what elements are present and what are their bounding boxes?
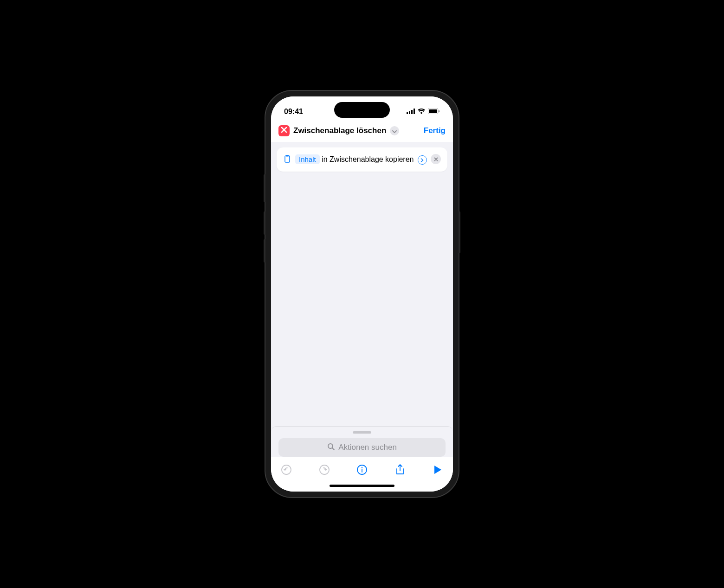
action-text: Inhalt in Zwischenablage kopieren <box>295 154 427 165</box>
phone-device-frame: 09:41 Zwischenablage löschen <box>265 90 459 498</box>
svg-point-13 <box>362 467 362 468</box>
share-button[interactable] <box>393 463 407 477</box>
close-x-icon <box>281 127 287 135</box>
shortcut-icon-badge[interactable] <box>278 125 290 136</box>
play-icon <box>433 465 442 476</box>
actions-drawer[interactable]: Aktionen suchen <box>271 426 453 457</box>
done-button[interactable]: Fertig <box>424 126 446 135</box>
svg-rect-5 <box>429 109 437 113</box>
delete-action-button[interactable] <box>431 154 441 164</box>
x-icon <box>434 155 438 163</box>
svg-rect-3 <box>414 109 415 114</box>
redo-icon <box>319 464 330 477</box>
svg-rect-1 <box>409 111 410 114</box>
chevron-down-icon <box>392 127 397 135</box>
clipboard-icon <box>283 155 291 163</box>
action-disclosure-button[interactable] <box>418 155 427 165</box>
share-icon <box>395 464 405 477</box>
battery-icon <box>428 108 440 116</box>
undo-icon <box>281 464 292 477</box>
svg-rect-0 <box>407 112 408 114</box>
phone-screen: 09:41 Zwischenablage löschen <box>271 96 453 492</box>
redo-button[interactable] <box>317 463 331 477</box>
title-menu-button[interactable] <box>390 126 399 135</box>
wifi-icon <box>418 108 425 116</box>
home-indicator-area <box>271 482 453 492</box>
svg-point-10 <box>282 465 291 474</box>
svg-rect-6 <box>439 110 440 112</box>
svg-rect-2 <box>411 110 413 114</box>
content-parameter-token[interactable]: Inhalt <box>295 154 320 164</box>
shortcut-title[interactable]: Zwischenablage löschen <box>293 126 386 135</box>
info-button[interactable] <box>355 463 369 477</box>
dynamic-island <box>334 102 390 118</box>
search-placeholder: Aktionen suchen <box>338 443 397 452</box>
status-indicators <box>407 108 440 116</box>
cellular-icon <box>407 108 415 116</box>
chevron-right-icon <box>420 154 424 166</box>
action-text-suffix: in Zwischenablage kopieren <box>320 155 416 163</box>
svg-rect-8 <box>286 155 289 157</box>
undo-button[interactable] <box>279 463 293 477</box>
run-button[interactable] <box>431 463 445 477</box>
search-icon <box>327 443 335 452</box>
svg-point-11 <box>320 465 329 474</box>
svg-rect-7 <box>285 156 290 162</box>
bottom-toolbar <box>271 457 453 482</box>
status-time: 09:41 <box>284 108 303 116</box>
search-actions-input[interactable]: Aktionen suchen <box>278 438 446 457</box>
navigation-header: Zwischenablage löschen Fertig <box>271 121 453 142</box>
action-card-copy-clipboard[interactable]: Inhalt in Zwischenablage kopieren <box>277 147 447 172</box>
drawer-grabber[interactable] <box>353 431 371 434</box>
home-indicator[interactable] <box>330 485 394 487</box>
workflow-canvas[interactable]: Inhalt in Zwischenablage kopieren <box>271 142 453 426</box>
info-icon <box>356 464 368 477</box>
